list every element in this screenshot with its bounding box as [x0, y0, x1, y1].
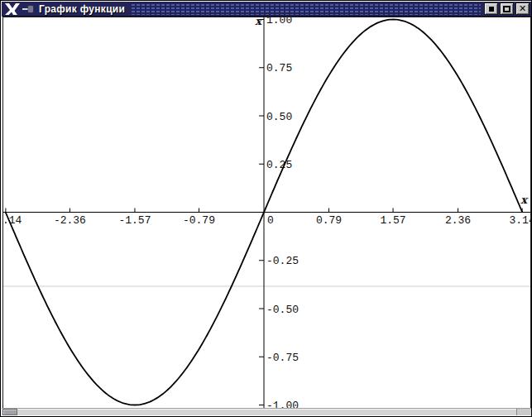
x-tick-label: -0.79	[183, 214, 215, 227]
y-tick-label: 0.25	[266, 159, 292, 171]
plot-area: -3.14-2.36-1.57-0.7900.791.572.363.141.0…	[2, 17, 531, 410]
titlebar[interactable]: График функции ✕	[2, 2, 532, 17]
minimize-icon	[489, 7, 494, 12]
x-tick-label: 2.36	[445, 214, 471, 227]
window-title: График функции	[39, 3, 125, 15]
x-tick-label: 0.79	[316, 214, 342, 227]
maximize-icon	[503, 6, 510, 12]
chart-svg: -3.14-2.36-1.57-0.7900.791.572.363.141.0…	[3, 17, 530, 409]
x-axis-end-label: x	[520, 194, 529, 206]
y-tick-label: 0.75	[266, 62, 292, 74]
y-tick-label: -0.50	[266, 304, 299, 316]
pushpin-icon[interactable]	[22, 3, 35, 15]
window-controls: ✕	[484, 2, 530, 15]
maximize-button[interactable]	[500, 2, 514, 15]
scrollbar-thumb[interactable]	[2, 409, 17, 415]
scrollbar-end-cap	[516, 409, 532, 415]
x-tick-label: 1.57	[380, 214, 405, 227]
x11-logo-icon	[4, 2, 21, 16]
horizontal-scrollbar[interactable]	[2, 408, 532, 415]
y-tick-label: -0.25	[266, 255, 299, 267]
x-tick-label: -1.57	[118, 214, 151, 227]
y-axis-end-label: x	[255, 17, 263, 27]
x-tick-label: 0	[267, 214, 274, 227]
x-tick-label: -3.14	[3, 214, 22, 227]
titlebar-pattern	[132, 3, 481, 15]
close-button[interactable]: ✕	[515, 2, 530, 15]
x-tick-label: 3.14	[510, 214, 530, 227]
y-tick-label: -0.75	[266, 352, 299, 364]
x-tick-label: -2.36	[54, 214, 86, 227]
close-icon: ✕	[519, 4, 526, 13]
app-window: График функции ✕ -3.14-2.36-1.57-0.7900.…	[0, 0, 532, 417]
minimize-button[interactable]	[484, 2, 498, 15]
y-tick-label: 0.50	[266, 111, 292, 123]
y-tick-label: 1.00	[266, 17, 292, 26]
